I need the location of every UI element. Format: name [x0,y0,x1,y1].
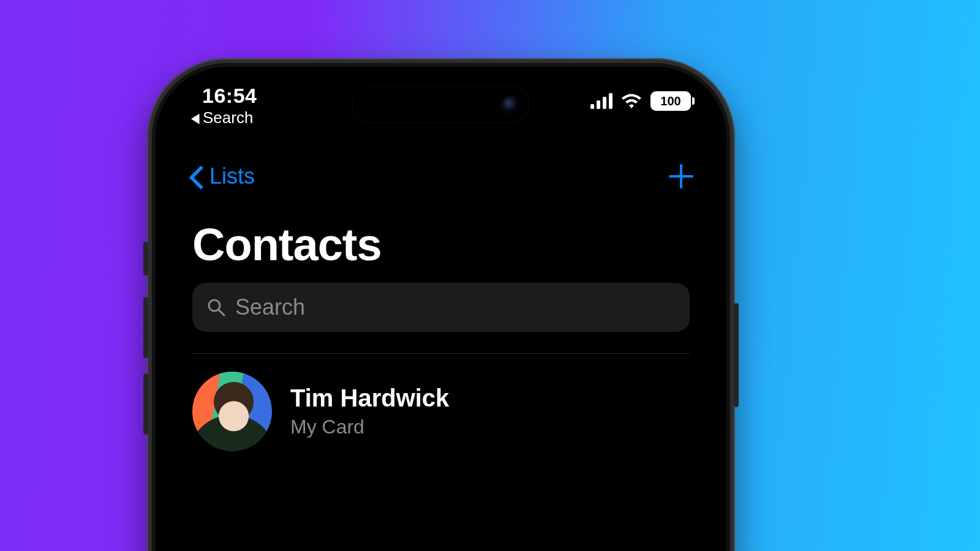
back-button[interactable]: Lists [189,163,255,189]
chevron-left-icon: ◀ [191,110,200,126]
phone-device-frame: 16:54 ◀ Search 100 [147,58,735,551]
divider [192,353,690,354]
nav-bar: Lists [160,163,722,189]
breadcrumb-label: Search [203,108,253,127]
power-button [734,303,739,407]
screen: 16:54 ◀ Search 100 [160,72,722,551]
cellular-icon [590,93,612,109]
search-icon [207,298,225,317]
page-title: Contacts [192,219,382,271]
front-camera-icon [502,97,518,113]
avatar [192,372,272,451]
svg-line-1 [219,310,224,315]
search-placeholder: Search [235,294,305,320]
dynamic-island [352,86,530,123]
my-card-text: Tim Hardwick My Card [290,384,449,438]
my-card-subtitle: My Card [290,416,449,438]
my-card-row[interactable]: Tim Hardwick My Card [192,372,690,451]
status-time: 16:54 [202,84,257,108]
wifi-icon [621,93,642,109]
back-to-app-breadcrumb[interactable]: ◀ Search [190,108,253,127]
my-card-name: Tim Hardwick [290,384,449,412]
chevron-left-icon [189,165,202,187]
search-field[interactable]: Search [192,283,690,332]
status-indicators: 100 [590,91,695,111]
battery-indicator: 100 [650,91,695,111]
volume-up-button [143,297,148,358]
volume-mute-switch [143,242,148,276]
phone-bezel: 16:54 ◀ Search 100 [152,63,730,551]
volume-down-button [143,373,148,435]
add-contact-button[interactable] [669,164,693,189]
back-button-label: Lists [209,163,255,189]
battery-percent: 100 [660,94,680,108]
